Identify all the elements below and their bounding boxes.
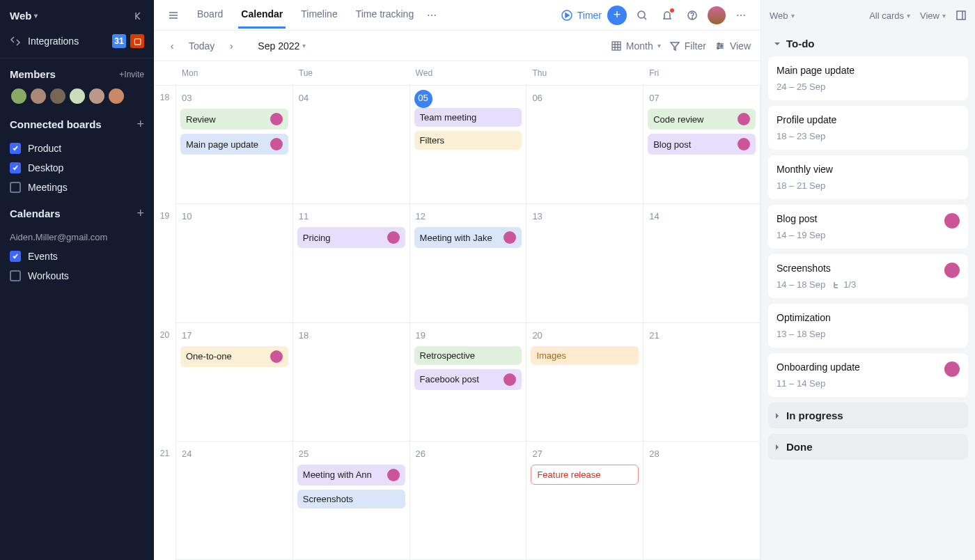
calendar-cell[interactable]: 24 (176, 442, 293, 560)
today-button[interactable]: Today (189, 40, 214, 52)
panel-view-select[interactable]: View ▾ (920, 10, 946, 21)
calendar-cell[interactable]: 11Pricing (293, 204, 410, 322)
calendar-cell[interactable]: 05Team meetingFilters (410, 86, 527, 204)
calendar-cell[interactable]: 25Meeting with AnnScreenshots (293, 442, 410, 560)
sidebar-cal-item[interactable]: Workouts (0, 266, 154, 286)
task-card[interactable]: Profile update18 – 23 Sep (768, 106, 968, 150)
calendar-account[interactable]: Aiden.Miller@gmail.com (0, 228, 154, 247)
calendar-cell[interactable]: 28 (644, 442, 760, 560)
calendar-cell[interactable]: 04 (293, 86, 410, 204)
group-todo-toggle[interactable]: To-do (768, 31, 968, 56)
calendar-card[interactable]: Meeting with Jake (414, 227, 522, 248)
filter-button[interactable]: Filter (669, 40, 706, 52)
calendar-card[interactable]: Retrospective (414, 346, 522, 365)
allcards-select[interactable]: All cards ▾ (869, 10, 910, 21)
calendar-card[interactable]: Filters (414, 131, 522, 150)
panel-project-select[interactable]: Web ▾ (770, 10, 795, 21)
avatar[interactable] (49, 87, 67, 105)
calendar-card[interactable]: Meeting with Ann (297, 465, 405, 485)
group-inprogress-toggle[interactable]: In progress (768, 403, 968, 428)
avatar[interactable] (107, 87, 125, 105)
integrations-link[interactable]: Integrations (28, 36, 79, 47)
calendar-cell[interactable]: 13 (526, 204, 644, 322)
add-board-button[interactable]: + (136, 118, 144, 130)
sidebar-board-item[interactable]: Product (0, 139, 154, 158)
calendar-card[interactable]: Screenshots (297, 490, 405, 508)
checkbox[interactable] (10, 251, 21, 262)
view-button[interactable]: View (715, 40, 751, 52)
avatar[interactable] (29, 87, 47, 105)
period-select[interactable]: Month ▾ (611, 40, 661, 52)
bell-icon[interactable] (657, 6, 677, 25)
calendar-cell[interactable]: 18 (293, 323, 410, 442)
checkbox[interactable] (10, 143, 21, 154)
task-card[interactable]: Screenshots14 – 18 Sep1/3 (768, 254, 968, 298)
workspace-switch[interactable]: Web ▾ (10, 10, 38, 22)
menu-icon[interactable] (164, 6, 183, 25)
tab-time tracking[interactable]: Time tracking (353, 1, 417, 29)
calendar-cell[interactable]: 20Images (526, 323, 644, 442)
help-icon[interactable] (682, 6, 702, 25)
task-card[interactable]: Blog post14 – 19 Sep (768, 205, 968, 249)
calendar-cell[interactable]: 17One-to-one (176, 323, 293, 442)
google-calendar-icon[interactable]: 31 (112, 34, 126, 48)
calendar-cell[interactable]: 26 (410, 442, 527, 560)
checkbox[interactable] (10, 270, 21, 281)
more-tabs-icon[interactable]: ⋯ (422, 6, 442, 25)
task-date: 24 – 25 Sep (777, 81, 825, 92)
calendar-cell[interactable]: 10 (176, 204, 293, 322)
month-picker[interactable]: Sep 2022 ▾ (258, 40, 306, 52)
add-calendar-button[interactable]: + (136, 207, 144, 219)
task-card[interactable]: Onboarding update11 – 14 Sep (768, 353, 968, 397)
calendar-cell[interactable]: 27Feature release (526, 442, 644, 560)
task-card[interactable]: Main page update24 – 25 Sep (768, 56, 968, 100)
calendar-card[interactable]: Blog post (648, 134, 756, 155)
day-number: 04 (297, 90, 310, 109)
calendar-card[interactable]: Facebook post (414, 369, 522, 390)
tab-timeline[interactable]: Timeline (298, 1, 340, 29)
checkbox[interactable] (10, 162, 21, 173)
calendar-card[interactable]: Code review (648, 109, 756, 130)
day-number: 28 (648, 446, 660, 465)
sidebar-board-item[interactable]: Desktop (0, 158, 154, 178)
add-button[interactable]: + (607, 6, 627, 25)
search-icon[interactable] (632, 6, 652, 25)
avatar[interactable] (10, 87, 28, 105)
calendar-card[interactable]: Team meeting (414, 108, 522, 127)
next-button[interactable]: › (223, 38, 240, 54)
calendar-card[interactable]: Pricing (297, 227, 405, 248)
more-icon[interactable]: ⋯ (731, 6, 751, 25)
calendar-cell[interactable]: 07Code reviewBlog post (644, 86, 760, 204)
user-avatar[interactable] (708, 6, 726, 24)
invite-link[interactable]: +Invite (119, 70, 144, 79)
avatar[interactable] (88, 87, 106, 105)
collapse-sidebar-icon[interactable] (133, 10, 144, 22)
tab-calendar[interactable]: Calendar (238, 1, 286, 29)
group-inprogress-label: In progress (786, 410, 843, 421)
checkbox[interactable] (10, 182, 21, 193)
prev-button[interactable]: ‹ (164, 38, 180, 54)
calendar-cell[interactable]: 03ReviewMain page update (176, 86, 293, 204)
calendar-cell[interactable]: 06 (526, 86, 644, 204)
sidebar-board-item[interactable]: Meetings (0, 178, 154, 197)
task-card[interactable]: Monthly view18 – 21 Sep (768, 155, 968, 199)
sidebar-cal-item[interactable]: Events (0, 247, 154, 266)
calendar-cell[interactable]: 14 (644, 204, 760, 322)
day-header: Thu (526, 61, 644, 85)
task-card[interactable]: Optimization13 – 18 Sep (768, 304, 968, 348)
tab-board[interactable]: Board (194, 1, 226, 29)
calendar-card[interactable]: Images (531, 346, 639, 365)
calendar-cell[interactable]: 21 (644, 323, 760, 442)
calendar-cell[interactable]: 19RetrospectiveFacebook post (410, 323, 527, 442)
timer-button[interactable]: Timer (561, 9, 602, 22)
calendar-card[interactable]: Feature release (531, 465, 639, 485)
calendar-cell[interactable]: 12Meeting with Jake (410, 204, 527, 322)
calendar-card[interactable]: Main page update (180, 134, 288, 155)
office-icon[interactable]: ▢ (130, 34, 144, 48)
calendar-card[interactable]: One-to-one (180, 346, 288, 367)
collapse-panel-icon[interactable] (956, 10, 967, 21)
calendar-card[interactable]: Review (180, 109, 288, 130)
group-done-toggle[interactable]: Done (768, 434, 968, 460)
members-heading: Members (10, 68, 56, 80)
avatar[interactable] (68, 87, 86, 105)
